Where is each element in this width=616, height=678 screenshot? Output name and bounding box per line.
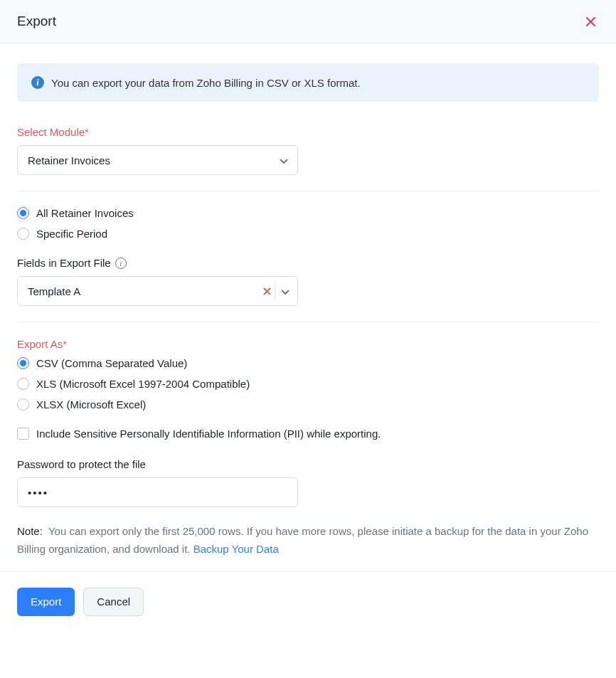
cancel-button[interactable]: Cancel [83, 588, 144, 616]
pii-label: Include Sensitive Personally Identifiabl… [36, 428, 381, 440]
radio-input[interactable] [17, 207, 29, 219]
export-as-label: Export As* [17, 338, 599, 350]
export-button[interactable]: Export [17, 588, 75, 616]
backup-link[interactable]: Backup Your Data [193, 543, 279, 555]
divider [17, 191, 599, 191]
pii-checkbox-row[interactable]: Include Sensitive Personally Identifiabl… [17, 428, 599, 440]
select-divider [275, 282, 275, 300]
info-text: You can export your data from Zoho Billi… [51, 77, 361, 89]
radio-input[interactable] [17, 357, 29, 369]
select-module-dropdown[interactable]: Retainer Invoices [17, 145, 298, 175]
fields-template-value: Template A [28, 285, 80, 297]
select-module-label: Select Module* [17, 126, 599, 138]
radio-label: Specific Period [36, 228, 107, 240]
radio-input[interactable] [17, 378, 29, 390]
radio-input[interactable] [17, 398, 29, 410]
close-button[interactable] [582, 13, 599, 30]
divider [17, 322, 599, 322]
password-input[interactable] [17, 477, 298, 507]
scope-option-period[interactable]: Specific Period [17, 228, 599, 240]
export-as-xls[interactable]: XLS (Microsoft Excel 1997-2004 Compatibl… [17, 378, 599, 390]
dialog-body: i You can export your data from Zoho Bil… [0, 43, 616, 571]
info-banner: i You can export your data from Zoho Bil… [17, 63, 599, 102]
note-text: Note: You can export only the first 25,0… [17, 523, 599, 558]
dialog-title: Export [17, 14, 56, 29]
fields-label: Fields in Export File [17, 257, 111, 269]
scope-option-all[interactable]: All Retainer Invoices [17, 207, 599, 219]
close-icon [263, 287, 271, 295]
radio-input[interactable] [17, 228, 29, 240]
note-label: Note: [17, 525, 43, 537]
close-icon [585, 16, 596, 27]
export-as-radio-group: CSV (Comma Separated Value) XLS (Microso… [17, 357, 599, 410]
export-as-csv[interactable]: CSV (Comma Separated Value) [17, 357, 599, 369]
info-icon: i [31, 76, 44, 89]
radio-label: All Retainer Invoices [36, 207, 134, 219]
help-icon[interactable]: i [115, 258, 127, 269]
password-label: Password to protect the file [17, 458, 599, 470]
export-as-xlsx[interactable]: XLSX (Microsoft Excel) [17, 398, 599, 410]
scope-radio-group: All Retainer Invoices Specific Period [17, 207, 599, 240]
radio-label: XLS (Microsoft Excel 1997-2004 Compatibl… [36, 378, 250, 390]
clear-template-button[interactable] [260, 284, 274, 298]
radio-label: CSV (Comma Separated Value) [36, 357, 187, 369]
dialog-footer: Export Cancel [0, 571, 616, 632]
fields-template-dropdown[interactable]: Template A [17, 276, 298, 306]
radio-label: XLSX (Microsoft Excel) [36, 398, 146, 410]
pii-checkbox[interactable] [17, 428, 29, 440]
select-module-value: Retainer Invoices [28, 154, 110, 166]
dialog-header: Export [0, 0, 616, 43]
note-body: You can export only the first 25,000 row… [17, 525, 588, 555]
